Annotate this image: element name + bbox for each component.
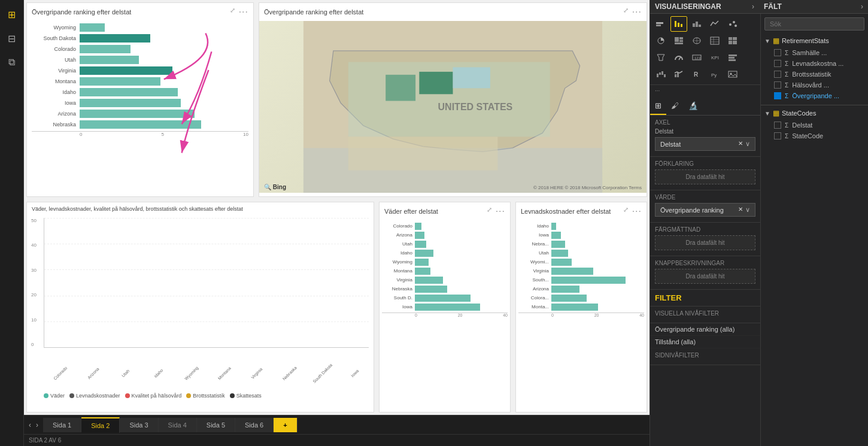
map-container[interactable]: UNITED STATES 🔍 Bing © 2018 HERE © 2018 …	[259, 21, 647, 193]
viz-tab-analytics[interactable]: 🔬	[684, 98, 703, 115]
expand-icon-top-left[interactable]: ⤢	[230, 7, 235, 17]
viz-icon-scatter[interactable]	[724, 16, 741, 32]
legend-dot-levnad	[69, 393, 74, 398]
more-icon-bottom-right[interactable]: ···	[632, 206, 642, 217]
field-item-delstat[interactable]: Σ Delstat	[761, 120, 868, 131]
viz-icon-card[interactable]: 123	[688, 50, 705, 65]
expand-icon-top-right[interactable]: ⤢	[623, 7, 629, 17]
viz-icon-line[interactable]	[688, 16, 705, 32]
viz-icon-bar[interactable]	[670, 16, 687, 32]
tab-add-button[interactable]: +	[274, 418, 297, 432]
viz-icon-python[interactable]: Py	[706, 66, 723, 82]
forklaring-title: Förklaring	[655, 160, 755, 167]
field-check-samhalle	[774, 49, 781, 56]
viz-icon-pie[interactable]	[652, 33, 669, 48]
viz-icon-r[interactable]: R	[688, 66, 705, 82]
nav-data-icon[interactable]: ⊟	[2, 29, 22, 48]
filter-item-overgripande[interactable]: Övergripande ranking (alla)	[650, 323, 760, 336]
h-bar-row-virginia: Virginia	[382, 277, 508, 284]
viz-icon-slicer[interactable]	[724, 50, 741, 65]
viz-icon-kpi[interactable]: KPI	[706, 50, 723, 65]
viz-icon-image[interactable]	[724, 66, 741, 82]
viz-icon-funnel[interactable]	[652, 50, 669, 65]
x-label-iowa: Iowa	[343, 361, 368, 386]
h-bar-area-mid: Colorado Arizona Utah	[380, 220, 510, 408]
axis-x-icon[interactable]: ✕	[738, 140, 743, 148]
axis-dropdown-arrow[interactable]: ∨	[745, 140, 750, 148]
more-icon-top-right[interactable]: ···	[632, 7, 642, 17]
more-icon-bottom-mid[interactable]: ···	[496, 206, 505, 217]
field-item-brottsstatistik[interactable]: Σ Brottsstatistik	[761, 69, 868, 80]
h-bar-fill-r-utah	[551, 250, 568, 257]
field-item-samhalle[interactable]: Σ Samhälle ...	[761, 47, 868, 58]
h-bar-row-south-d: South D.	[382, 295, 508, 302]
field-item-overgripande[interactable]: Σ Övergripande ...	[761, 90, 868, 101]
expand-icon-bottom-right[interactable]: ⤢	[623, 206, 629, 217]
h-bar-fill-idaho	[415, 250, 433, 257]
tab-sida-1[interactable]: Sida 1	[43, 418, 81, 432]
bar-label-idaho: Idaho	[32, 89, 80, 95]
viz-tab-fields[interactable]: ⊞	[650, 98, 666, 115]
viz-icon-combo[interactable]	[670, 66, 687, 82]
h-bar-track-iowa	[415, 304, 508, 311]
field-group-header-statecodes[interactable]: ▼ ▦ StateCodes	[761, 107, 868, 120]
h-bar-label-r-wyomi: Wyomi...	[518, 259, 551, 265]
varde-dropdown-arrow[interactable]: ∨	[745, 206, 750, 214]
viz-icon-waterfall[interactable]	[652, 66, 669, 82]
viz-tab-format[interactable]: 🖌	[666, 98, 684, 115]
bottom-mid-chart-panel: Väder efter delstat ⤢ ··· Colorado	[379, 202, 511, 412]
more-visuals-link[interactable]: ···	[650, 85, 760, 96]
x-axis-bottom-left: Colorado Arizona Utah Idaho Wyoming Mont…	[44, 372, 369, 376]
tab-sida-4[interactable]: Sida 4	[159, 418, 197, 432]
tab-sida-5[interactable]: Sida 5	[197, 418, 235, 432]
x-axis-0: 0	[80, 132, 82, 137]
fargmattnad-title: Färgmättnad	[655, 226, 755, 233]
fields-expand-arrow[interactable]: ›	[861, 2, 863, 11]
bar-row-montana: Montana	[32, 77, 248, 86]
more-icon-top-left[interactable]: ···	[239, 7, 248, 17]
viz-icon-treemap[interactable]	[670, 33, 687, 48]
h-axis-right-0: 0	[551, 313, 554, 317]
chart-header-bottom-left: Väder, levnadskostnader, kvalitet på häl…	[27, 202, 374, 216]
field-label-brottsstatistik: Brottsstatistik	[792, 71, 831, 78]
x-label-colorado: Colorado	[48, 361, 72, 386]
h-bar-label-r-idaho: Idaho	[518, 223, 551, 229]
viz-expand-arrow[interactable]: ›	[752, 2, 754, 11]
tab-sida-2[interactable]: Sida 2	[81, 417, 120, 433]
h-bar-fill-r-wyomi	[551, 259, 572, 266]
h-bar-label-r-colora: Colora...	[518, 295, 551, 301]
varde-dropdown[interactable]: Övergripande ranking ✕ ∨	[655, 203, 755, 217]
chart-header-top-left: Övergripande ranking efter delstat ⤢ ···	[27, 3, 253, 21]
fargmattnad-drop-zone[interactable]: Dra datafält hit	[655, 235, 755, 250]
viz-icon-matrix[interactable]	[724, 33, 741, 48]
svg-rect-9	[656, 22, 663, 24]
viz-icon-stacked-bar[interactable]	[652, 16, 669, 32]
nav-model-icon[interactable]: ⧉	[2, 53, 22, 72]
tab-sida-3[interactable]: Sida 3	[120, 418, 158, 432]
field-group-header-retirement[interactable]: ▼ ▦ RetirementStats	[761, 34, 868, 47]
fields-separator	[761, 105, 868, 105]
knappbeskrivningar-drop-zone[interactable]: Dra datafält hit	[655, 269, 755, 284]
expand-icon-bottom-mid[interactable]: ⤢	[487, 206, 492, 217]
svg-text:KPI: KPI	[711, 55, 719, 60]
tab-next-arrow[interactable]: ›	[34, 421, 41, 429]
field-item-halsovard[interactable]: Σ Hälsovård ...	[761, 80, 868, 90]
svg-rect-24	[675, 43, 683, 44]
h-axis-labels-right: 0 20 40	[551, 313, 644, 317]
h-bar-label-colorado: Colorado	[382, 223, 415, 229]
axis-dropdown[interactable]: Delstat ✕ ∨	[655, 137, 755, 151]
field-item-levnadskostna[interactable]: Σ Levnadskostna ...	[761, 58, 868, 69]
varde-x-icon[interactable]: ✕	[738, 206, 743, 214]
filter-item-tillstand[interactable]: Tillstånd (alla)	[650, 336, 760, 348]
tab-sida-6[interactable]: Sida 6	[235, 418, 274, 432]
forklaring-drop-zone[interactable]: Dra datafält hit	[655, 169, 755, 184]
fields-search-input[interactable]	[764, 17, 864, 31]
viz-icon-table[interactable]	[706, 33, 723, 48]
viz-icon-map[interactable]	[688, 33, 705, 48]
nav-report-icon[interactable]: ⊞	[2, 5, 22, 24]
tab-prev-arrow[interactable]: ‹	[26, 421, 34, 429]
multi-bar-chart-container: 50 40 30 20 10 0	[44, 218, 369, 348]
viz-icon-area[interactable]	[706, 16, 723, 32]
viz-icon-gauge[interactable]	[670, 50, 687, 65]
field-item-statecode[interactable]: Σ StateCode	[761, 131, 868, 141]
